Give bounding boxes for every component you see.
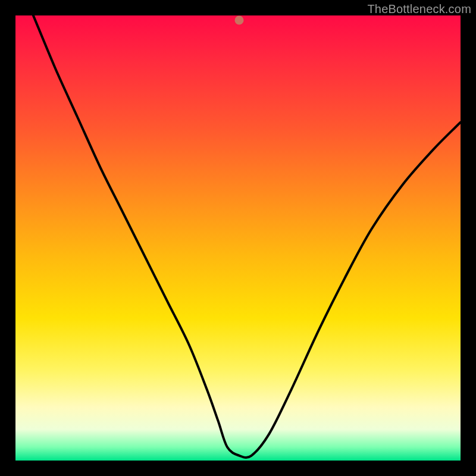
chart-frame: TheBottleneck.com <box>0 0 476 476</box>
chart-plot-area <box>15 15 461 461</box>
watermark-text: TheBottleneck.com <box>367 2 471 16</box>
chart-marker-dot <box>235 16 244 25</box>
